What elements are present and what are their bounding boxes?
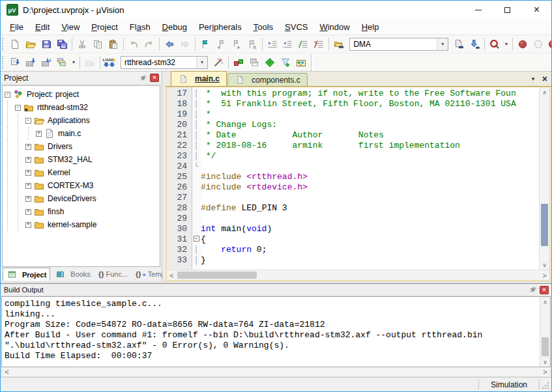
tree-item-stm32-hal[interactable]: +STM32_HAL (3, 153, 160, 166)
download-load-button[interactable]: LOAD (102, 55, 118, 70)
translate-button[interactable] (7, 55, 23, 70)
toggle-bookmark-button[interactable] (197, 36, 213, 52)
clear-bookmarks-button[interactable] (244, 36, 260, 52)
previous-bookmark-button[interactable] (213, 36, 229, 52)
tree-item-kernel-sample[interactable]: +kernel-sample (3, 218, 160, 231)
expand-icon[interactable]: + (25, 222, 31, 228)
insert-breakpoint-button[interactable] (515, 36, 530, 52)
tree-item-drivers[interactable]: +Drivers (3, 140, 160, 153)
next-bookmark-button[interactable] (229, 36, 244, 52)
editor-hscrollbar[interactable]: < > (167, 270, 549, 280)
target-select-dropdown-icon[interactable]: ▾ (196, 57, 207, 68)
editor-tab-components-c[interactable]: components.c (227, 73, 308, 86)
expand-icon[interactable]: + (25, 209, 31, 215)
manage-components-button[interactable] (293, 55, 309, 70)
search-combobox[interactable]: DMA▾ (349, 38, 448, 51)
menu-item-view[interactable]: View (55, 20, 85, 34)
save-button[interactable] (38, 36, 54, 52)
cut-button[interactable] (74, 36, 90, 52)
incremental-find-button[interactable] (467, 36, 482, 52)
comment-selection-button[interactable] (295, 36, 311, 52)
close-build-output-button[interactable]: × (540, 286, 549, 294)
build-output-text[interactable]: compiling timeslice_sample.c...linking..… (2, 297, 540, 367)
build-output-vscroll-thumb[interactable] (542, 337, 549, 356)
scroll-down-icon[interactable]: ∨ (540, 357, 550, 367)
rebuild-all-button[interactable] (38, 55, 54, 70)
find-in-files-button[interactable] (331, 36, 347, 52)
file-extensions-button[interactable] (231, 55, 246, 70)
stop-build-button[interactable] (82, 55, 98, 70)
tree-item-devicedrivers[interactable]: +DeviceDrivers (3, 192, 160, 205)
build-button[interactable] (23, 55, 38, 70)
tree-item-rtthread-stm32[interactable]: -rtthread-stm32 (3, 101, 160, 114)
batch-build-button-dropdown-icon[interactable]: ▾ (70, 55, 78, 70)
quick-search-button-dropdown-icon[interactable]: ▾ (502, 36, 510, 52)
batch-build-button[interactable] (54, 55, 70, 70)
menu-item-debug[interactable]: Debug (156, 20, 193, 34)
editor-tab-main-c[interactable]: main.c (171, 71, 227, 86)
scroll-right-icon[interactable]: > (540, 271, 549, 280)
menu-item-help[interactable]: Help (356, 20, 385, 34)
build-output-vscrollbar[interactable]: ∧ ∨ (540, 297, 550, 367)
close-button[interactable]: × (522, 1, 551, 19)
menu-item-tools[interactable]: Tools (248, 20, 279, 34)
panel-tab-project[interactable]: Project (3, 268, 50, 281)
quick-search-button[interactable] (487, 36, 502, 52)
close-file-icon[interactable]: × (542, 74, 547, 83)
manage-project-items-button[interactable] (246, 55, 262, 70)
scroll-left-icon[interactable]: < (167, 271, 177, 280)
scroll-up-icon[interactable]: ∧ (540, 87, 549, 97)
menu-item-flash[interactable]: Flash (124, 20, 156, 34)
menu-item-peripherals[interactable]: Peripherals (193, 20, 248, 34)
build-output-hscrollbar[interactable]: < > (1, 367, 551, 377)
expand-icon[interactable]: + (25, 144, 31, 150)
tree-item-finsh[interactable]: +finsh (3, 205, 160, 218)
navigate-back-button[interactable] (162, 36, 177, 52)
menu-item-svcs[interactable]: SVCS (279, 20, 313, 34)
open-file-button[interactable] (23, 36, 38, 52)
scroll-down-icon[interactable]: ∨ (540, 260, 549, 270)
new-file-button[interactable] (7, 36, 23, 52)
close-project-panel-button[interactable]: × (150, 74, 159, 82)
minimize-button[interactable] (463, 1, 493, 19)
menu-item-edit[interactable]: Edit (29, 20, 55, 34)
outdent-button[interactable] (280, 36, 296, 52)
menu-item-window[interactable]: Window (313, 20, 355, 34)
paste-button[interactable] (106, 36, 121, 52)
editor-vscrollbar[interactable]: ∧ ∨ (539, 87, 549, 270)
editor-vscroll-thumb[interactable] (541, 204, 548, 245)
undo-button[interactable] (126, 36, 141, 52)
maximize-button[interactable] (493, 1, 522, 19)
expand-icon[interactable]: + (36, 131, 42, 137)
editor-hscroll-thumb[interactable] (177, 272, 257, 279)
collapse-icon[interactable]: - (15, 105, 21, 111)
pin-icon[interactable] (529, 285, 538, 294)
enable-disable-breakpoint-button[interactable] (530, 36, 546, 52)
panel-tab-books[interactable]: Books (51, 268, 94, 281)
select-software-packs-button[interactable] (278, 55, 293, 70)
menu-item-file[interactable]: File (4, 20, 29, 34)
tree-item-cortex-m3[interactable]: +CORTEX-M3 (3, 179, 160, 192)
resize-grip-icon[interactable] (540, 378, 551, 391)
manage-rte-button[interactable] (262, 55, 278, 70)
collapse-icon[interactable]: - (5, 92, 10, 98)
disable-all-breakpoints-button[interactable] (547, 36, 551, 52)
menu-item-project[interactable]: Project (85, 20, 123, 34)
code-area[interactable]: 17│ * with this program; if not, write t… (167, 87, 539, 270)
expand-icon[interactable]: + (25, 196, 31, 202)
tree-item-main-c[interactable]: +main.c (3, 127, 160, 140)
scroll-right-icon[interactable]: > (540, 367, 550, 376)
pin-icon[interactable] (139, 74, 148, 83)
indent-button[interactable] (265, 36, 280, 52)
options-for-target-button[interactable] (211, 55, 226, 70)
scroll-up-icon[interactable]: ∧ (540, 297, 550, 307)
find-in-files-dialog-button[interactable] (451, 36, 467, 52)
expand-icon[interactable]: + (25, 170, 31, 176)
expand-icon[interactable]: + (25, 183, 31, 189)
save-all-button[interactable] (54, 36, 70, 52)
navigate-forward-button[interactable] (177, 36, 193, 52)
tree-item-project-project[interactable]: -Project: project (3, 88, 160, 101)
tree-item-kernel[interactable]: +Kernel (3, 166, 160, 179)
tree-item-applications[interactable]: -Applications (3, 114, 160, 127)
scroll-left-icon[interactable]: < (2, 367, 12, 376)
